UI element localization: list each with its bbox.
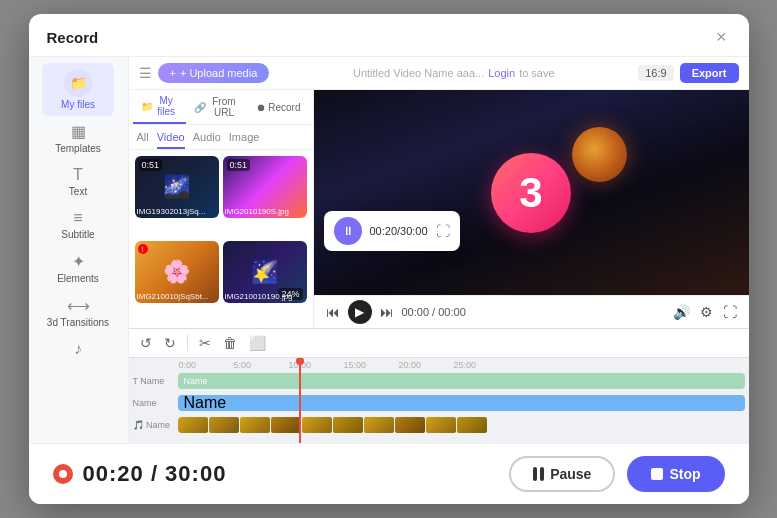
thumb-error-3: ! (138, 244, 148, 254)
ruler-15: 15:00 (344, 360, 399, 370)
time-total: 00:00 (438, 306, 466, 318)
track-label-1: T Name (133, 376, 178, 386)
dialog-body: 📁 My files ▦ Templates T Text ≡ Subtitle… (29, 57, 749, 504)
dialog-footer: 00:20 / 30:00 Pause Stop (29, 443, 749, 504)
cut-button[interactable]: ✂ (196, 333, 214, 353)
elements-icon: ✦ (72, 252, 85, 271)
ruler-20: 20:00 (399, 360, 454, 370)
track-text-1: Name (184, 376, 208, 386)
dialog-header: Record × (29, 14, 749, 57)
preview-panel: 3 ⏸ 00:20/30:00 ⛶ ⏮ (314, 90, 749, 328)
login-link[interactable]: Login (488, 67, 515, 79)
popup-expand-button[interactable]: ⛶ (436, 223, 450, 239)
countdown-circle: 3 (491, 153, 571, 233)
templates-icon: ▦ (71, 122, 86, 141)
top-bar-center: Untitled Video Name aaa... Login to save (353, 67, 555, 79)
volume-button[interactable]: 🔊 (671, 302, 692, 322)
timeline-area: ↺ ↻ ✂ 🗑 ⬜ 0:00 5:00 10:00 15:00 2 (129, 328, 749, 443)
source-tab-myfiles[interactable]: 📁 My files (133, 90, 186, 124)
footer-actions: Pause Stop (509, 456, 724, 492)
source-tab-url[interactable]: 🔗 From URL (186, 91, 249, 123)
media-thumb-3[interactable]: 🌸 ! IMG210010jSqSbt... (135, 241, 219, 303)
moon (572, 127, 627, 182)
pause-button[interactable]: Pause (509, 456, 615, 492)
track-row-video: 🎵 Name (129, 414, 749, 436)
delete-button[interactable]: 🗑 (220, 333, 240, 353)
frame-5 (302, 417, 332, 433)
media-tabs-row: 📁 My files 🔗 From URL ⏺ Record (129, 90, 313, 125)
top-bar-right: 16:9 Export (638, 63, 738, 83)
upload-button[interactable]: + + Upload media (158, 63, 270, 83)
ruler-5: 5:00 (234, 360, 289, 370)
video-name: Untitled Video Name aaa... (353, 67, 484, 79)
frame-10 (457, 417, 487, 433)
settings-button[interactable]: ⚙ (698, 302, 715, 322)
export-button[interactable]: Export (680, 63, 739, 83)
type-tab-video[interactable]: Video (157, 129, 185, 149)
ctrl-right: 🔊 ⚙ ⛶ (671, 302, 739, 322)
track-row-2: Name Name (129, 392, 749, 414)
track-content-1[interactable]: Name (178, 373, 745, 389)
source-tab-record[interactable]: ⏺ Record (248, 97, 308, 118)
pause-label: Pause (550, 466, 591, 482)
toolbar-divider-1 (187, 335, 188, 351)
play-button[interactable]: ▶ (348, 300, 372, 324)
type-tab-audio[interactable]: Audio (193, 129, 221, 149)
ratio-badge[interactable]: 16:9 (638, 65, 673, 81)
popup-pause-button[interactable]: ⏸ (334, 217, 362, 245)
undo-button[interactable]: ↺ (137, 333, 155, 353)
fullscreen-button[interactable]: ⛶ (721, 302, 739, 322)
frame-1 (178, 417, 208, 433)
frame-8 (395, 417, 425, 433)
sidebar-label-transitions: 3d Transitions (47, 317, 109, 328)
sidebar-item-audio[interactable]: ♪ (42, 334, 114, 366)
preview-controls: ⏮ ▶ ⏭ 00:00 / 00:00 🔊 (314, 295, 749, 328)
stop-label: Stop (669, 466, 700, 482)
close-button[interactable]: × (712, 26, 731, 48)
track-video-frames (178, 417, 745, 433)
sidebar-item-subtitle[interactable]: ≡ Subtitle (42, 203, 114, 246)
top-bar: ☰ + + Upload media Untitled Video Name a… (129, 57, 749, 90)
record-icon: ⏺ (256, 102, 266, 113)
sidebar-item-elements[interactable]: ✦ Elements (42, 246, 114, 290)
audio-icon: ♪ (74, 340, 82, 358)
thumb-name-3: IMG210010jSqSbt... (137, 292, 217, 301)
sidebar-label-text: Text (69, 186, 87, 197)
sidebar-item-myfiles[interactable]: 📁 My files (42, 63, 114, 116)
media-thumb-4[interactable]: 🌠 24% IMG210010190.jpg (223, 241, 307, 303)
redo-button[interactable]: ↻ (161, 333, 179, 353)
media-thumb-2[interactable]: 0:51 IMG2010190S.jpg (223, 156, 307, 218)
sidebar-item-transitions[interactable]: ⟷ 3d Transitions (42, 290, 114, 334)
type-tab-image[interactable]: Image (229, 129, 260, 149)
timeline-playhead[interactable] (299, 358, 301, 443)
sidebar-label-elements: Elements (57, 273, 99, 284)
sidebar-item-text[interactable]: T Text (42, 160, 114, 203)
playhead-dot (296, 358, 304, 365)
media-type-tabs: All Video Audio Image (129, 125, 313, 150)
sidebar-item-label: My files (61, 99, 95, 110)
sidebar: 📁 My files ▦ Templates T Text ≡ Subtitle… (29, 57, 129, 443)
skip-forward-button[interactable]: ⏭ (378, 302, 396, 322)
ruler-0: 0:00 (179, 360, 234, 370)
rec-time: 00:20 / 30:00 (83, 461, 227, 487)
pause-icon (533, 467, 544, 481)
myfiles-icon: 📁 (64, 69, 92, 97)
track-row-1: T Name Name (129, 370, 749, 392)
sidebar-item-templates[interactable]: ▦ Templates (42, 116, 114, 160)
stop-button[interactable]: Stop (627, 456, 724, 492)
media-thumb-1[interactable]: 🌌 0:51 IMG19302013jSq... (135, 156, 219, 218)
recording-status: 00:20 / 30:00 (53, 461, 227, 487)
type-tab-all[interactable]: All (137, 129, 149, 149)
frame-3 (240, 417, 270, 433)
hamburger-icon[interactable]: ☰ (139, 65, 152, 81)
track-content-2[interactable]: Name (178, 395, 745, 411)
main-panel: ☰ + + Upload media Untitled Video Name a… (129, 57, 749, 443)
ctrl-left: ⏮ ▶ ⏭ 00:00 / 00:00 (324, 300, 466, 324)
crop-button[interactable]: ⬜ (246, 333, 269, 353)
frame-9 (426, 417, 456, 433)
editor-area: 📁 My files ▦ Templates T Text ≡ Subtitle… (29, 57, 749, 443)
timeline-toolbar: ↺ ↻ ✂ 🗑 ⬜ (129, 329, 749, 358)
skip-back-button[interactable]: ⏮ (324, 302, 342, 322)
preview-video: 3 ⏸ 00:20/30:00 ⛶ (314, 90, 749, 295)
track-content-video[interactable] (178, 417, 745, 433)
